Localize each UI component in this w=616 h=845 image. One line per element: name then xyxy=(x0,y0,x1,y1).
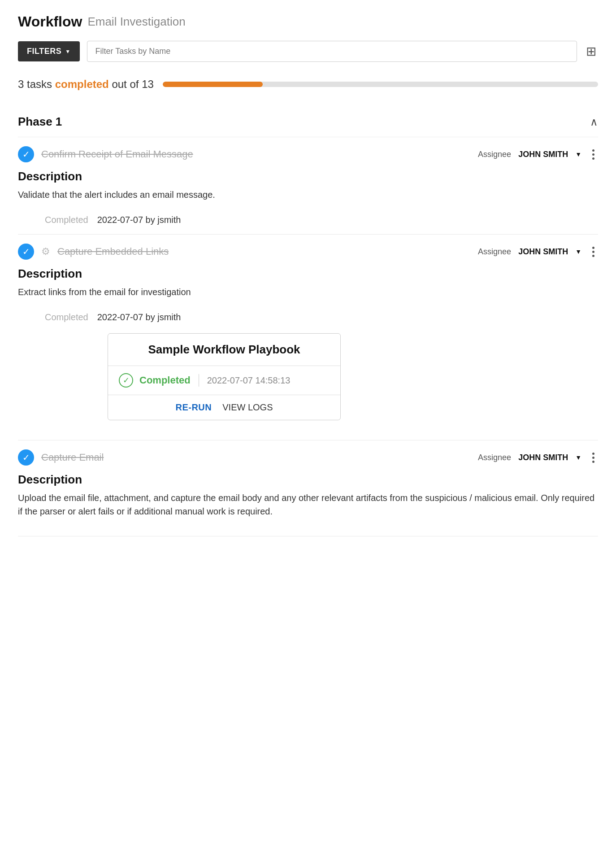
task-2-completed-label: Completed xyxy=(45,312,88,322)
task-2-completed-row: Completed 2022-07-07 by jsmith xyxy=(18,308,598,322)
total-count: 13 xyxy=(142,78,154,90)
task-2-completed-by: 2022-07-07 by jsmith xyxy=(97,312,181,322)
task-2-more-button[interactable] xyxy=(589,245,598,259)
assignee-chevron-icon-3: ▼ xyxy=(575,454,581,461)
playbook-status-row: ✓ Completed 2022-07-07 14:58:13 xyxy=(108,366,340,395)
task-3-header: ✓ Capture Email Assignee JOHN SMITH ▼ xyxy=(18,449,598,466)
playbook-status-text: Completed xyxy=(139,375,191,386)
grid-icon: ⊞ xyxy=(586,44,596,58)
playbook-check-icon: ✓ xyxy=(119,373,133,388)
task-2-description-title: Description xyxy=(18,267,598,281)
task-row: ✓ Capture Email Assignee JOHN SMITH ▼ De… xyxy=(18,440,598,536)
task-1-assignee: JOHN SMITH xyxy=(518,150,568,159)
assignee-chevron-icon-2: ▼ xyxy=(575,248,581,255)
playbook-timestamp: 2022-07-07 14:58:13 xyxy=(207,375,291,386)
task-3-more-button[interactable] xyxy=(589,451,598,465)
progress-prefix: tasks xyxy=(27,78,55,90)
task-2-description-text: Extract links from the email for investi… xyxy=(18,285,598,299)
gear-icon: ⚙ xyxy=(41,246,50,257)
task-1-description-title: Description xyxy=(18,170,598,183)
task-1-completed-by: 2022-07-07 by jsmith xyxy=(97,215,181,225)
progress-bar xyxy=(163,82,598,87)
task-3-assignee: JOHN SMITH xyxy=(518,453,568,462)
progress-text: 3 tasks completed out of 13 xyxy=(18,78,154,91)
playbook-card: Sample Workflow Playbook ✓ Completed 202… xyxy=(108,333,341,420)
task-3-left: ✓ Capture Email xyxy=(18,449,104,466)
task-2-name: Capture Embedded Links xyxy=(57,246,169,257)
assignee-chevron-icon: ▼ xyxy=(575,151,581,158)
page-header: Workflow Email Investigation xyxy=(18,13,598,30)
task-1-description-text: Validate that the alert includes an emai… xyxy=(18,188,598,201)
task-row: ✓ ⚙ Capture Embedded Links Assignee JOHN… xyxy=(18,235,598,440)
chevron-down-icon: ▼ xyxy=(65,48,70,55)
playbook-title: Sample Workflow Playbook xyxy=(108,334,340,366)
task-3-name: Capture Email xyxy=(41,452,104,463)
task-3-check-icon: ✓ xyxy=(18,449,34,466)
playbook-divider xyxy=(199,374,199,387)
task-2-check-icon: ✓ xyxy=(18,244,34,260)
task-2-left: ✓ ⚙ Capture Embedded Links xyxy=(18,244,169,260)
task-3-description-title: Description xyxy=(18,473,598,487)
completed-count: 3 xyxy=(18,78,24,90)
task-3-right: Assignee JOHN SMITH ▼ xyxy=(478,451,598,465)
task-1-completed-label: Completed xyxy=(45,215,88,225)
task-1-left: ✓ Confirm Receipt of Email Message xyxy=(18,146,193,162)
phase-1-section: Phase 1 ∧ ✓ Confirm Receipt of Email Mes… xyxy=(18,107,598,536)
phase-1-header: Phase 1 ∧ xyxy=(18,107,598,137)
task-2-right: Assignee JOHN SMITH ▼ xyxy=(478,245,598,259)
task-1-header: ✓ Confirm Receipt of Email Message Assig… xyxy=(18,146,598,162)
task-1-completed-row: Completed 2022-07-07 by jsmith xyxy=(18,210,598,225)
completed-word: completed xyxy=(55,78,109,90)
progress-suffix: out of xyxy=(112,78,142,90)
toolbar: FILTERS ▼ ⊞ xyxy=(18,41,598,62)
playbook-rerun-button[interactable]: RE-RUN xyxy=(175,402,212,413)
task-2-assignee: JOHN SMITH xyxy=(518,247,568,257)
filters-label: FILTERS xyxy=(27,47,61,56)
playbook-viewlogs-button[interactable]: VIEW LOGS xyxy=(222,402,273,413)
task-3-description-text: Upload the email file, attachment, and c… xyxy=(18,491,598,518)
progress-section: 3 tasks completed out of 13 xyxy=(18,78,598,91)
chevron-up-icon: ∧ xyxy=(590,116,598,128)
task-1-name: Confirm Receipt of Email Message xyxy=(41,148,193,160)
task-1-right: Assignee JOHN SMITH ▼ xyxy=(478,148,598,161)
task-1-more-button[interactable] xyxy=(589,148,598,161)
task-2-header: ✓ ⚙ Capture Embedded Links Assignee JOHN… xyxy=(18,244,598,260)
page-subtitle: Email Investigation xyxy=(87,15,185,29)
progress-bar-fill xyxy=(163,82,263,87)
page-title: Workflow xyxy=(18,13,82,30)
playbook-actions: RE-RUN VIEW LOGS xyxy=(108,395,340,420)
assignee-label-3: Assignee xyxy=(478,453,511,462)
assignee-label-2: Assignee xyxy=(478,247,511,257)
assignee-label: Assignee xyxy=(478,150,511,159)
grid-view-button[interactable]: ⊞ xyxy=(584,42,598,61)
search-input[interactable] xyxy=(87,41,577,62)
task-row: ✓ Confirm Receipt of Email Message Assig… xyxy=(18,137,598,235)
task-1-check-icon: ✓ xyxy=(18,146,34,162)
phase-1-collapse-button[interactable]: ∧ xyxy=(590,116,598,128)
filters-button[interactable]: FILTERS ▼ xyxy=(18,41,80,61)
phase-1-title: Phase 1 xyxy=(18,115,62,129)
